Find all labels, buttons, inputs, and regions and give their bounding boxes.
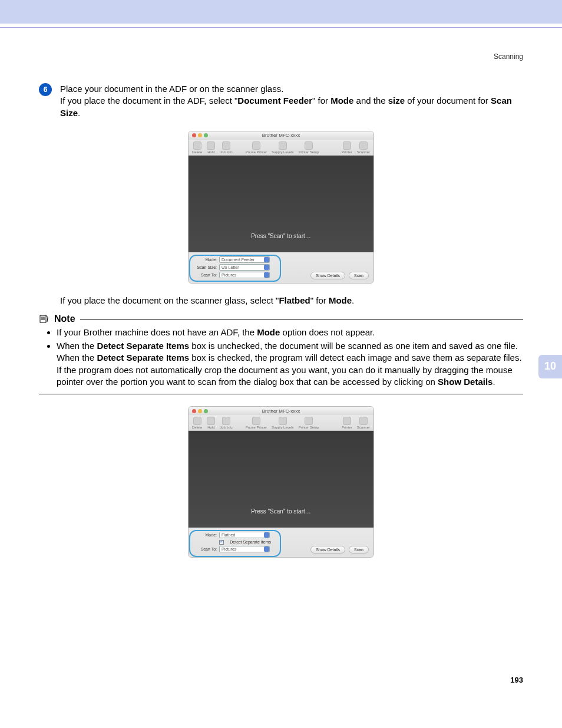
preview-area: Press "Scan" to start… bbox=[189, 156, 373, 252]
printer-icon[interactable] bbox=[343, 141, 351, 150]
note-rule bbox=[80, 319, 523, 319]
window-title: Brother MFC-xxxx bbox=[189, 409, 373, 414]
t: Document Feeder bbox=[237, 95, 312, 106]
window-titlebar: Brother MFC-xxxx bbox=[189, 131, 373, 140]
scan-to-select[interactable]: Pictures bbox=[219, 272, 270, 278]
delete-icon[interactable] bbox=[193, 417, 201, 425]
note-item-2: When the Detect Separate Items box is un… bbox=[57, 340, 523, 388]
t: Mode bbox=[330, 95, 353, 106]
svg-rect-0 bbox=[40, 315, 46, 322]
note-item-1: If your Brother machine does not have an… bbox=[57, 327, 523, 338]
window-title: Brother MFC-xxxx bbox=[189, 133, 373, 138]
scanner-window-adf: Brother MFC-xxxx Delete Hold Job Info Pa… bbox=[188, 131, 374, 284]
note-title: Note bbox=[54, 314, 75, 324]
setup-icon[interactable] bbox=[305, 417, 313, 425]
mode-select[interactable]: Document Feeder bbox=[219, 256, 270, 263]
supply-icon[interactable] bbox=[279, 141, 287, 150]
detect-separate-checkbox[interactable] bbox=[219, 540, 224, 545]
window-titlebar: Brother MFC-xxxx bbox=[189, 407, 373, 415]
detect-separate-label: Detect Separate Items bbox=[230, 540, 271, 544]
preview-message: Press "Scan" to start… bbox=[251, 233, 311, 239]
hold-icon[interactable] bbox=[207, 417, 215, 425]
step-6: 6 Place your document in the ADF or on t… bbox=[39, 83, 523, 119]
chapter-tab: 10 bbox=[538, 355, 562, 378]
window-toolbar: Delete Hold Job Info Pause Printer Suppl… bbox=[189, 415, 373, 431]
scanner-window-flatbed: Brother MFC-xxxx Delete Hold Job Info Pa… bbox=[188, 406, 374, 558]
note-list: If your Brother machine does not have an… bbox=[39, 327, 523, 388]
t: and the bbox=[353, 95, 388, 106]
scan-button[interactable]: Scan bbox=[349, 546, 369, 554]
step-line1: Place your document in the ADF or on the… bbox=[60, 84, 283, 94]
step-number-badge: 6 bbox=[39, 83, 52, 96]
t: of your document for bbox=[405, 95, 491, 106]
figure-1: Brother MFC-xxxx Delete Hold Job Info Pa… bbox=[188, 131, 374, 284]
hold-icon[interactable] bbox=[207, 141, 215, 150]
delete-icon[interactable] bbox=[193, 141, 201, 150]
step-text: Place your document in the ADF or on the… bbox=[60, 83, 523, 119]
t: " for bbox=[312, 95, 330, 106]
note-end-rule bbox=[39, 394, 523, 394]
supply-icon[interactable] bbox=[279, 417, 287, 425]
scan-to-label: Scan To: bbox=[192, 547, 217, 551]
pause-icon[interactable] bbox=[252, 417, 260, 425]
section-header: Scanning bbox=[39, 52, 523, 61]
scan-to-select[interactable]: Pictures bbox=[219, 546, 270, 552]
window-toolbar: Delete Hold Job Info Pause Printer Suppl… bbox=[189, 140, 373, 156]
info-icon[interactable] bbox=[222, 141, 230, 150]
mode-label: Mode: bbox=[192, 533, 217, 537]
scanner-icon[interactable] bbox=[359, 141, 368, 150]
scan-size-label: Scan Size: bbox=[192, 265, 217, 269]
paragraph-flatbed: If you place the document on the scanner… bbox=[39, 295, 523, 305]
show-details-button[interactable]: Show Details bbox=[310, 546, 345, 554]
pause-icon[interactable] bbox=[252, 141, 260, 150]
note-icon bbox=[39, 314, 49, 324]
note-block: 10 Note If your Brother machine does not… bbox=[39, 314, 523, 394]
info-icon[interactable] bbox=[222, 417, 230, 425]
t: size bbox=[388, 95, 405, 106]
mode-label: Mode: bbox=[192, 258, 217, 262]
scan-to-label: Scan To: bbox=[192, 273, 217, 277]
t: If you place the document in the ADF, se… bbox=[60, 95, 237, 106]
preview-message: Press "Scan" to start… bbox=[251, 508, 311, 515]
t: . bbox=[78, 108, 80, 118]
controls-panel: Mode:Document Feeder Scan Size:US Letter… bbox=[189, 252, 373, 283]
show-details-button[interactable]: Show Details bbox=[310, 272, 345, 279]
scanner-icon[interactable] bbox=[359, 417, 368, 425]
figure-2: Brother MFC-xxxx Delete Hold Job Info Pa… bbox=[188, 406, 374, 558]
scan-button[interactable]: Scan bbox=[349, 272, 369, 279]
controls-panel: Mode:Flatbed Detect Separate Items Scan … bbox=[189, 528, 373, 557]
mode-select[interactable]: Flatbed bbox=[219, 532, 270, 538]
printer-icon[interactable] bbox=[343, 417, 351, 425]
top-bar bbox=[0, 0, 562, 24]
scan-size-select[interactable]: US Letter bbox=[219, 264, 270, 271]
setup-icon[interactable] bbox=[305, 141, 313, 150]
preview-area: Press "Scan" to start… bbox=[189, 431, 373, 528]
page-number: 193 bbox=[39, 676, 523, 696]
